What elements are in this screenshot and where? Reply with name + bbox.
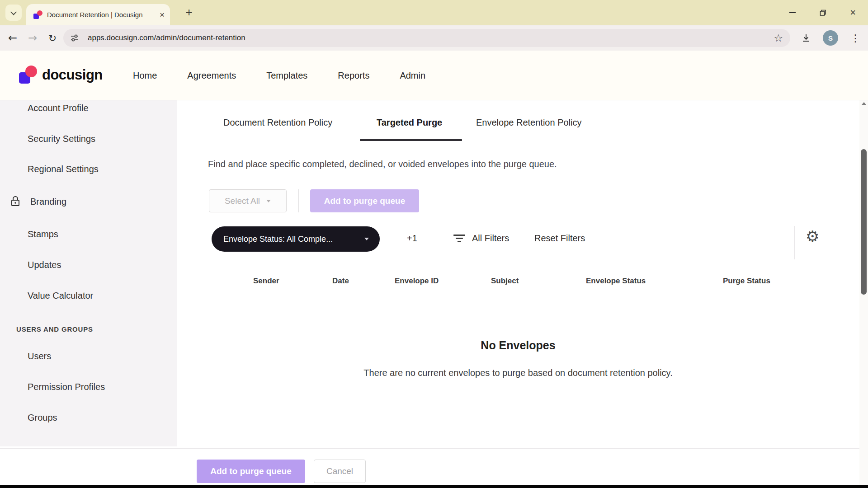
purge-description: Find and place specific completed, decli… (208, 159, 557, 169)
tab-targeted-purge[interactable]: Targeted Purge (377, 117, 442, 128)
docusign-wordmark: docusign (42, 67, 103, 83)
empty-state-message: There are no current envelopes to purge … (177, 368, 859, 378)
new-tab-button[interactable]: + (181, 4, 197, 20)
bottom-black-strip (0, 485, 868, 488)
footer-cancel-button[interactable]: Cancel (314, 460, 366, 483)
nav-item-admin[interactable]: Admin (400, 70, 425, 81)
sidebar-section-users-and-groups: USERS AND GROUPS (16, 325, 93, 333)
tab-document-retention-policy[interactable]: Document Retention Policy (223, 117, 332, 128)
reload-button[interactable]: ↻ (43, 25, 61, 51)
browser-tab[interactable]: Document Retention | Docusign × (26, 4, 170, 25)
nav-item-templates[interactable]: Templates (266, 70, 307, 81)
chevron-down-icon (10, 9, 17, 15)
gear-icon[interactable]: ⚙ (806, 229, 819, 244)
download-icon (802, 33, 811, 42)
close-icon: × (850, 8, 856, 18)
window-minimize-button[interactable] (778, 0, 808, 25)
more-filters-count[interactable]: +1 (407, 233, 417, 244)
select-all-dropdown[interactable]: Select All (209, 189, 287, 212)
sidebar-item-branding[interactable]: Branding (30, 197, 66, 207)
tab-close-icon[interactable]: × (160, 10, 165, 19)
nav-item-reports[interactable]: Reports (338, 70, 369, 81)
footer-add-to-purge-queue-button[interactable]: Add to purge queue (197, 460, 305, 483)
footer-action-bar: Add to purge queue Cancel (0, 448, 868, 485)
url-bar[interactable]: apps.docusign.com/admin/document-retenti… (63, 29, 790, 47)
tab-title: Document Retention | Docusign (47, 11, 152, 19)
forward-button[interactable]: → (24, 25, 42, 51)
sidebar-item-security-settings[interactable]: Security Settings (28, 134, 95, 144)
targeted-purge-panel: Document Retention Policy Targeted Purge… (177, 100, 859, 446)
back-button[interactable]: ← (4, 25, 22, 51)
all-filters-button[interactable]: All Filters (472, 233, 509, 244)
admin-sidebar: Account Profile Security Settings Region… (0, 100, 177, 446)
browser-window: Document Retention | Docusign × + × ← → … (0, 0, 868, 488)
empty-state-title: No Envelopes (177, 339, 859, 352)
tab-search-button[interactable] (5, 5, 22, 21)
column-header-purge-status: Purge Status (723, 277, 770, 286)
sidebar-item-updates[interactable]: Updates (28, 260, 61, 270)
browser-profile-avatar[interactable]: S (823, 30, 838, 46)
window-controls: × (778, 0, 868, 25)
sidebar-item-users[interactable]: Users (28, 351, 51, 361)
reset-filters-button[interactable]: Reset Filters (534, 233, 585, 244)
site-settings-icon[interactable] (71, 34, 79, 42)
add-to-purge-queue-button[interactable]: Add to purge queue (310, 189, 419, 212)
chevron-down-icon (364, 238, 369, 240)
active-tab-underline (360, 139, 462, 141)
browser-menu-icon[interactable]: ⋮ (847, 25, 863, 51)
window-close-button[interactable]: × (838, 0, 868, 25)
downloads-button[interactable] (797, 25, 815, 51)
nav-item-home[interactable]: Home (133, 70, 157, 81)
chevron-down-icon (266, 200, 271, 202)
filter-row-divider (794, 226, 795, 259)
url-text[interactable]: apps.docusign.com/admin/document-retenti… (88, 33, 245, 42)
envelope-status-filter-pill[interactable]: Envelope Status: All Comple... (212, 226, 380, 252)
column-header-envelope-status: Envelope Status (586, 277, 646, 286)
lock-icon (10, 196, 20, 207)
sidebar-item-groups[interactable]: Groups (28, 413, 57, 423)
tab-envelope-retention-policy[interactable]: Envelope Retention Policy (476, 117, 581, 128)
sidebar-item-regional-settings[interactable]: Regional Settings (28, 164, 99, 174)
docusign-logo[interactable]: docusign (19, 66, 103, 84)
browser-toolbar: ← → ↻ apps.docusign.com/admin/document-r… (0, 25, 868, 51)
column-header-subject: Subject (491, 277, 519, 286)
sidebar-item-account-profile[interactable]: Account Profile (28, 103, 89, 113)
docusign-header: docusign Home Agreements Templates Repor… (0, 51, 868, 100)
scrollbar-thumb[interactable] (861, 149, 867, 295)
scroll-up-arrow[interactable] (862, 102, 866, 105)
column-header-envelope-id: Envelope ID (395, 277, 439, 286)
sidebar-item-permission-profiles[interactable]: Permission Profiles (28, 382, 105, 392)
column-header-date: Date (332, 277, 349, 286)
minimize-icon (789, 12, 796, 13)
sidebar-item-stamps[interactable]: Stamps (28, 229, 58, 239)
bookmark-star-icon[interactable]: ☆ (774, 33, 783, 43)
column-header-sender: Sender (253, 277, 279, 286)
main-navigation: Home Agreements Templates Reports Admin (133, 51, 425, 100)
window-restore-button[interactable] (808, 0, 838, 25)
restore-icon (820, 9, 826, 16)
browser-tab-bar: Document Retention | Docusign × + × (0, 0, 868, 25)
docusign-favicon (33, 10, 42, 19)
sidebar-item-value-calculator[interactable]: Value Calculator (28, 291, 93, 301)
filter-icon[interactable] (453, 235, 466, 244)
docusign-logo-mark (19, 66, 37, 84)
button-divider (298, 189, 299, 212)
page-scrollbar[interactable] (859, 100, 868, 485)
nav-item-agreements[interactable]: Agreements (187, 70, 236, 81)
